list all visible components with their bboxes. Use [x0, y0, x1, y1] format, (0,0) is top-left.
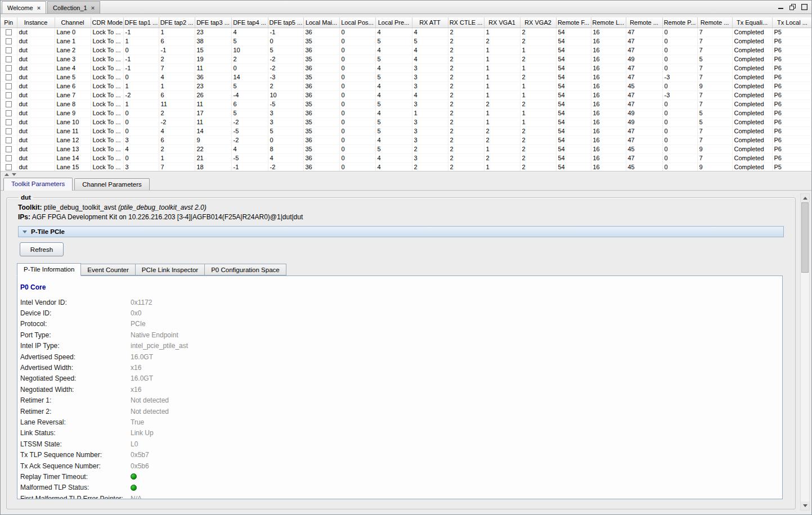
table-row[interactable]: dutLane 2Lock To ...0-115105360442115416…	[1, 46, 811, 55]
table-cell: 22	[195, 144, 231, 153]
table-row[interactable]: dutLane 1Lock To ...16385035055222541647…	[1, 37, 811, 46]
table-row[interactable]: dutLane 10Lock To ...0-211-2335053211541…	[1, 118, 811, 127]
table-cell: Lane 0	[55, 28, 91, 37]
refresh-button[interactable]: Refresh	[20, 242, 64, 256]
lane-checkbox[interactable]	[6, 74, 12, 80]
table-cell: 2	[268, 82, 303, 91]
tab-p-tile-information[interactable]: P-Tile Information	[17, 263, 81, 276]
column-header[interactable]: Local Pos...	[339, 17, 375, 28]
lane-checkbox[interactable]	[6, 155, 12, 161]
field-label: Malformed TLP Status:	[20, 484, 131, 491]
maximize-icon[interactable]	[801, 3, 807, 10]
lane-checkbox[interactable]	[6, 137, 12, 143]
restore-icon[interactable]	[789, 3, 796, 10]
ips-info-line: IPs: AGF FPGA Development Kit on 10.226.…	[18, 213, 788, 221]
tab-p0-configuration-space[interactable]: P0 Configuration Space	[205, 264, 286, 275]
lane-checkbox[interactable]	[6, 29, 12, 35]
scrollbar-track[interactable]	[801, 202, 809, 502]
table-row[interactable]: dutLane 11Lock To ...0414-55350532225416…	[1, 127, 811, 135]
scrollbar-up-button[interactable]	[801, 194, 809, 202]
table-cell: 36	[303, 135, 339, 144]
column-header[interactable]: Pin	[1, 17, 17, 28]
scrollbar-down-button[interactable]	[801, 502, 809, 510]
ptile-pcie-section-header[interactable]: P-Tile PCIe	[18, 226, 784, 237]
table-cell: Completed	[732, 37, 772, 46]
table-row[interactable]: dutLane 5Lock To ...043614-3350532125416…	[1, 73, 811, 82]
table-row[interactable]: dutLane 6Lock To ...11235236043211541645…	[1, 82, 811, 91]
table-cell: -1	[123, 55, 159, 64]
column-header[interactable]: DFE tap3 ...	[195, 17, 231, 28]
lane-checkbox[interactable]	[6, 128, 12, 134]
close-icon[interactable]: ×	[91, 5, 95, 11]
table-cell: 7	[697, 37, 732, 46]
table-cell: 2	[484, 153, 520, 162]
table-row[interactable]: dutLane 15Lock To ...3718-1-236042212541…	[1, 162, 811, 171]
lane-checkbox[interactable]	[6, 146, 12, 152]
column-header[interactable]: Local Mai...	[303, 17, 339, 28]
column-header[interactable]: Remote ...	[626, 17, 662, 28]
column-header[interactable]: CDR Mode	[91, 17, 123, 28]
table-row[interactable]: dutLane 0Lock To ...-11234-1360442125416…	[1, 28, 811, 37]
tab-toolkit-parameters[interactable]: Toolkit Parameters	[3, 178, 73, 191]
lane-checkbox[interactable]	[6, 164, 12, 170]
table-row[interactable]: dutLane 9Lock To ...02175336041211541649…	[1, 109, 811, 118]
table-row[interactable]: dutLane 8Lock To ...111116-5350532225416…	[1, 100, 811, 109]
column-header[interactable]: Instance	[17, 17, 55, 28]
column-header[interactable]: RX VGA1	[484, 17, 520, 28]
lane-checkbox[interactable]	[6, 65, 12, 71]
tab-channel-parameters[interactable]: Channel Parameters	[74, 178, 149, 190]
tab-event-counter[interactable]: Event Counter	[81, 264, 136, 275]
table-row[interactable]: dutLane 7Lock To ...-2626-41036044211541…	[1, 91, 811, 100]
field-value: x16	[131, 364, 141, 372]
lane-checkbox[interactable]	[6, 56, 12, 62]
lane-checkbox[interactable]	[6, 47, 12, 53]
vertical-scrollbar[interactable]	[800, 193, 810, 511]
table-cell: Lane 2	[55, 46, 91, 55]
column-header[interactable]: Remote P...	[662, 17, 697, 28]
table-row[interactable]: dutLane 14Lock To ...0121-54360432225416…	[1, 153, 811, 162]
column-header[interactable]: DFE tap2 ...	[159, 17, 195, 28]
table-cell: -1	[231, 162, 268, 171]
table-cell: 4	[375, 64, 412, 73]
table-row[interactable]: dutLane 12Lock To ...369-203604322254164…	[1, 135, 811, 144]
lane-checkbox[interactable]	[6, 110, 12, 116]
column-header[interactable]: Remote F...	[556, 17, 591, 28]
column-header[interactable]: RX ATT	[412, 17, 448, 28]
lane-checkbox[interactable]	[6, 119, 12, 125]
table-row[interactable]: dutLane 13Lock To ...4222483505221254164…	[1, 144, 811, 153]
field-row: Advertised Width:x16	[20, 362, 782, 373]
lane-checkbox[interactable]	[6, 92, 12, 98]
column-header[interactable]: Tx Equali...	[732, 17, 772, 28]
table-row[interactable]: dutLane 4Lock To ...-17110-2360432115416…	[1, 64, 811, 73]
column-header[interactable]: Remote L...	[591, 17, 626, 28]
table-row[interactable]: dutLane 3Lock To ...-12192-2350542125416…	[1, 55, 811, 64]
field-list: Intel Vendor ID:0x1172Device ID:0x0Proto…	[20, 297, 782, 499]
tab-welcome[interactable]: Welcome ×	[2, 1, 46, 13]
splitter[interactable]	[1, 171, 811, 177]
tab-collection-1[interactable]: Collection_1 ×	[47, 1, 100, 13]
column-header[interactable]: Tx Local ...	[772, 17, 811, 28]
lane-checkbox[interactable]	[6, 101, 12, 107]
lane-checkbox[interactable]	[6, 38, 12, 44]
column-header[interactable]: Remote ...	[697, 17, 732, 28]
column-header[interactable]: Channel	[55, 17, 91, 28]
column-header[interactable]: DFE tap1 ...	[123, 17, 159, 28]
column-header[interactable]: RX VGA2	[520, 17, 556, 28]
table-cell: Completed	[732, 64, 772, 73]
minimize-icon[interactable]	[777, 3, 784, 10]
table-cell: dut	[17, 55, 55, 64]
column-header[interactable]: RX CTLE ...	[448, 17, 484, 28]
column-header[interactable]: Local Pre...	[375, 17, 412, 28]
table-cell: 7	[159, 162, 195, 171]
tab-pcie-link-inspector[interactable]: PCIe Link Inspector	[136, 264, 205, 275]
table-cell: 36	[303, 153, 339, 162]
splitter-down-arrow-icon[interactable]	[12, 173, 16, 176]
table-cell: 35	[303, 144, 339, 153]
splitter-up-arrow-icon[interactable]	[5, 173, 9, 176]
scrollbar-thumb[interactable]	[801, 202, 809, 273]
lane-checkbox[interactable]	[6, 83, 12, 89]
close-icon[interactable]: ×	[37, 5, 41, 11]
column-header[interactable]: DFE tap5 ...	[268, 17, 303, 28]
column-header[interactable]: DFE tap4 ...	[231, 17, 268, 28]
table-cell: 7	[697, 28, 732, 37]
